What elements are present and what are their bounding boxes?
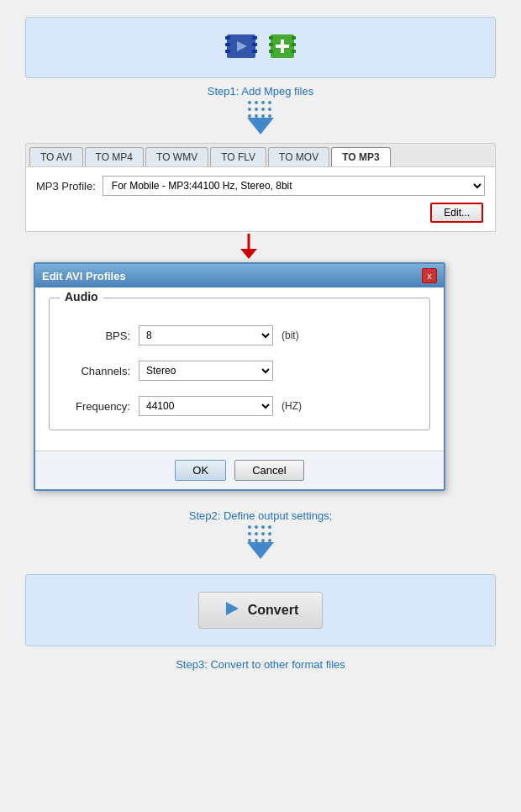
add-file-icon [269,33,296,62]
frequency-unit: (HZ) [282,400,302,412]
bps-unit: (bit) [282,330,299,341]
channels-label: Channels: [63,365,130,377]
frequency-select[interactable]: 44100 22050 11025 8000 [139,396,273,416]
play-triangle-icon [223,599,241,621]
dialog-footer: OK Cancel [35,451,444,489]
dialog-body: Audio BPS: 8 16 24 32 (bit) [35,287,444,451]
svg-rect-6 [252,50,257,53]
profile-select[interactable]: For Mobile - MP3:44100 Hz, Stereo, 8bit … [103,176,485,196]
bps-row: BPS: 8 16 24 32 (bit) [63,325,416,345]
tab-to-mp4[interactable]: TO MP4 [85,147,144,166]
dialog-overlay: Edit AVI Profiles x Audio BPS: 8 16 24 3… [25,262,496,491]
svg-rect-10 [292,36,296,40]
frequency-label: Frequency: [63,400,130,413]
svg-marker-18 [240,249,257,259]
video-file-icon [225,33,257,62]
svg-rect-5 [225,50,230,53]
audio-group-legend: Audio [60,290,103,303]
step2-area: Step2: Define output settings; [25,503,496,562]
arrow-down-2 [247,525,274,559]
svg-rect-16 [276,45,289,48]
bps-select[interactable]: 8 16 24 32 [139,325,273,345]
tab-to-flv[interactable]: TO FLV [210,147,266,166]
cancel-button[interactable]: Cancel [234,460,303,481]
tab-to-mp3[interactable]: TO MP3 [331,147,390,166]
audio-group: Audio BPS: 8 16 24 32 (bit) [49,298,430,430]
convert-panel: Convert [25,574,496,646]
channels-select[interactable]: Stereo Mono [139,361,273,381]
tab-to-wmv[interactable]: TO WMV [145,147,208,166]
step1-label: Step1: Add Mpeg files [208,85,313,98]
tabs-row: TO AVI TO MP4 TO WMV TO FLV TO MOV TO MP… [25,143,496,166]
settings-panel: MP3 Profile: For Mobile - MP3:44100 Hz, … [25,166,496,232]
edit-button[interactable]: Edit... [430,203,483,223]
svg-rect-9 [269,36,273,40]
step1-panel [25,17,496,78]
dialog-titlebar: Edit AVI Profiles x [35,264,444,287]
svg-rect-1 [225,36,230,40]
svg-rect-2 [252,36,257,40]
svg-rect-11 [269,43,273,46]
edit-avi-profiles-dialog: Edit AVI Profiles x Audio BPS: 8 16 24 3… [34,262,445,491]
svg-rect-3 [225,43,230,46]
profile-row: MP3 Profile: For Mobile - MP3:44100 Hz, … [36,176,485,196]
step2-label: Step2: Define output settings; [189,509,333,522]
step3-label: Step3: Convert to other format files [176,658,345,671]
dialog-title: Edit AVI Profiles [42,270,126,282]
bps-label: BPS: [63,330,130,342]
arrow-down-1 [247,101,274,134]
svg-rect-14 [292,50,296,53]
edit-btn-row: Edit... [36,203,485,223]
tab-to-mov[interactable]: TO MOV [268,147,329,166]
convert-button[interactable]: Convert [198,592,323,629]
dialog-close-button[interactable]: x [422,268,437,283]
tab-to-avi[interactable]: TO AVI [29,147,83,166]
channels-row: Channels: Stereo Mono [63,361,416,381]
svg-rect-13 [269,50,273,53]
svg-rect-4 [252,43,257,46]
svg-marker-19 [226,602,239,615]
ok-button[interactable]: OK [175,460,226,481]
svg-rect-12 [292,43,296,46]
red-arrow [239,234,282,259]
frequency-row: Frequency: 44100 22050 11025 8000 (HZ) [63,396,416,416]
convert-label: Convert [248,603,298,618]
profile-label: MP3 Profile: [36,180,96,192]
